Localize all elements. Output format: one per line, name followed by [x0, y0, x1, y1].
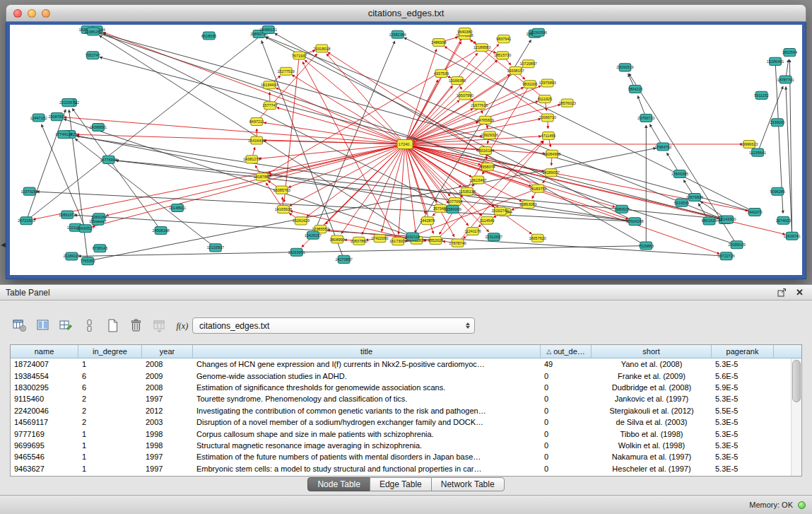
- graph-node[interactable]: 12447152: [30, 114, 47, 122]
- graph-node[interactable]: 24490191: [260, 26, 277, 34]
- graph-node[interactable]: 9837941: [496, 35, 511, 43]
- vertical-scrollbar[interactable]: [791, 358, 801, 476]
- graph-node[interactable]: 11535138: [459, 187, 476, 195]
- graph-node[interactable]: 14381279: [243, 156, 260, 163]
- graph-node[interactable]: 12133507: [207, 244, 224, 252]
- graph-node[interactable]: 17984792: [654, 143, 671, 151]
- graph-node[interactable]: 17604288: [626, 218, 643, 226]
- show-columns-icon[interactable]: [33, 316, 52, 335]
- import-table-icon[interactable]: [150, 316, 169, 335]
- graph-node[interactable]: 23087831: [48, 113, 65, 121]
- table-row[interactable]: 977716911998Corpus callosum shape and si…: [11, 428, 801, 439]
- graph-node[interactable]: 10720897: [519, 60, 536, 68]
- panel-collapse-arrow-icon[interactable]: ◀: [1, 242, 6, 248]
- graph-node[interactable]: 10386269: [85, 28, 102, 35]
- new-table-icon[interactable]: [103, 316, 122, 335]
- graph-node[interactable]: 11235641: [749, 148, 766, 156]
- table-row[interactable]: 946554611997Estimation of the future num…: [11, 451, 801, 462]
- delete-table-icon[interactable]: [126, 316, 146, 335]
- graph-node[interactable]: 17878746: [449, 239, 466, 247]
- minimize-button[interactable]: [28, 9, 36, 18]
- graph-node[interactable]: 9640380: [457, 28, 472, 36]
- function-builder-icon[interactable]: f(x): [173, 316, 192, 335]
- column-header-short[interactable]: short: [592, 345, 712, 358]
- graph-node[interactable]: 15286481: [767, 57, 784, 65]
- graph-node[interactable]: 20099029: [728, 241, 745, 249]
- table-row[interactable]: 1456911722003Disruption of a novel membe…: [11, 416, 801, 428]
- graph-node[interactable]: 2980527: [614, 205, 629, 213]
- graph-node[interactable]: 24389591: [90, 123, 107, 131]
- graph-node[interactable]: 15016184: [477, 146, 494, 154]
- graph-node[interactable]: 18787701: [777, 76, 794, 83]
- graph-node[interactable]: 1577747: [262, 102, 277, 110]
- graph-node[interactable]: 20863083: [519, 201, 536, 209]
- graph-node[interactable]: 15261629: [293, 217, 310, 225]
- graph-node[interactable]: 18269951: [288, 248, 305, 256]
- table-selector-combobox[interactable]: citations_edges.txt: [192, 317, 475, 334]
- graph-node[interactable]: 2674020: [776, 216, 791, 224]
- graph-node[interactable]: 9552028: [428, 236, 443, 244]
- graph-node[interactable]: 5558074: [480, 163, 495, 170]
- graph-node[interactable]: 21677615: [471, 101, 488, 109]
- graph-node[interactable]: 22066710: [539, 114, 556, 122]
- graph-node[interactable]: 17744119: [55, 131, 72, 139]
- close-button[interactable]: [13, 9, 22, 18]
- graph-node[interactable]: 24508168: [152, 226, 169, 234]
- table-row[interactable]: 2242004622012Investigating the contribut…: [11, 405, 801, 416]
- table-mode-icon[interactable]: [10, 316, 29, 335]
- graph-node[interactable]: 4711456: [541, 132, 555, 140]
- graph-node[interactable]: 16776908: [100, 156, 117, 163]
- graph-node[interactable]: 20318018: [313, 45, 330, 52]
- graph-node[interactable]: 20766710: [637, 114, 654, 122]
- graph-node[interactable]: 9831006: [522, 81, 537, 88]
- table-row[interactable]: 1938455462009Genome-wide association stu…: [11, 370, 801, 381]
- graph-node[interactable]: 12582366: [389, 30, 406, 38]
- graph-node[interactable]: 3114549: [480, 216, 495, 224]
- tab-node-table[interactable]: Node Table: [307, 477, 370, 491]
- graph-node[interactable]: 20202741: [492, 207, 509, 215]
- graph-node[interactable]: 4337539: [434, 69, 449, 77]
- graph-node[interactable]: 2442874: [420, 217, 435, 225]
- graph-node[interactable]: 10148911: [169, 204, 186, 211]
- graph-node[interactable]: 7765352: [81, 257, 95, 265]
- graph-node[interactable]: 15277519: [278, 67, 295, 75]
- graph-node[interactable]: 19996623: [741, 140, 758, 148]
- graph-node[interactable]: 13385763: [273, 186, 290, 194]
- graph-node[interactable]: 13166359: [449, 76, 466, 84]
- graph-node[interactable]: 10426157: [305, 231, 322, 239]
- tab-network-table[interactable]: Network Table: [431, 477, 505, 491]
- graph-node[interactable]: 15260596: [530, 28, 547, 36]
- graph-node[interactable]: 12584369: [444, 205, 461, 213]
- graph-node[interactable]: 5096286: [770, 187, 785, 195]
- graph-node[interactable]: 14187882: [254, 173, 271, 181]
- graph-node[interactable]: 24183752: [529, 185, 546, 192]
- graph-node[interactable]: 18576023: [558, 99, 575, 107]
- graph-node[interactable]: 5369184: [92, 214, 107, 221]
- graph-node[interactable]: 13722726: [717, 252, 734, 260]
- tab-edge-table[interactable]: Edge Table: [370, 477, 432, 491]
- graph-node[interactable]: 23090519: [616, 64, 633, 71]
- graph-node[interactable]: 22312697: [486, 233, 502, 241]
- graph-node[interactable]: 19338157: [507, 66, 524, 74]
- divider-grip[interactable]: [400, 280, 404, 284]
- graph-node[interactable]: 18515730: [494, 52, 511, 59]
- graph-node[interactable]: 16416433: [248, 136, 265, 144]
- graph-node[interactable]: 17849395: [671, 170, 688, 177]
- graph-node[interactable]: 13615497: [469, 176, 486, 184]
- column-header-title[interactable]: title: [193, 345, 541, 358]
- graph-node[interactable]: 7526883: [639, 242, 654, 250]
- column-header-out_degree[interactable]: △out_de…: [541, 345, 592, 358]
- graph-node[interactable]: 20837860: [351, 237, 367, 245]
- graph-node[interactable]: 24270857: [335, 255, 352, 263]
- graph-node[interactable]: 17240..: [397, 139, 413, 148]
- graph-node[interactable]: 5911152: [754, 91, 769, 99]
- graph-node[interactable]: 19284968: [543, 150, 560, 158]
- table-row[interactable]: 969969511998Structural magnetic resonanc…: [11, 440, 801, 451]
- graph-node[interactable]: 15143300: [719, 216, 736, 223]
- network-graph-canvas[interactable]: 2486998177766881218958318515730193381579…: [10, 25, 802, 275]
- graph-node[interactable]: 13430527: [77, 225, 94, 233]
- graph-node[interactable]: 7671937: [292, 52, 307, 59]
- graph-node[interactable]: 18057620: [529, 234, 546, 242]
- graph-node[interactable]: 11241176: [464, 227, 481, 235]
- close-panel-icon[interactable]: ✕: [796, 288, 804, 297]
